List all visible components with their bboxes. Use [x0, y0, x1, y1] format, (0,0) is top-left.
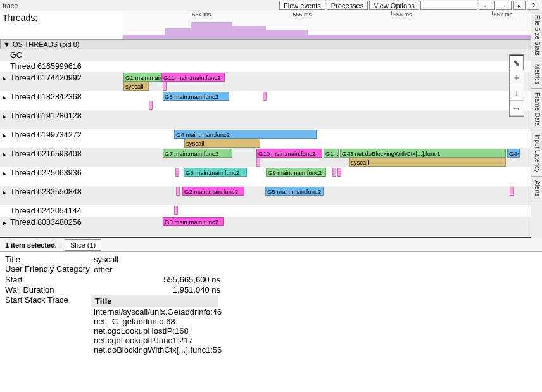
thread-label[interactable]: ▸Thread 6225063936 [0, 167, 123, 186]
thread-label[interactable]: ▸Thread 6182842368 [0, 91, 123, 110]
track-row [123, 110, 542, 129]
thread-name: Thread 6182842368 [10, 92, 82, 101]
flow-events-button[interactable]: Flow events [279, 1, 325, 10]
minimap-area[interactable]: 554 ms 555 ms 556 ms 557 ms [123, 11, 542, 39]
side-tab-alerts[interactable]: Alerts [531, 177, 542, 201]
timing-tool[interactable]: ↔ [510, 101, 524, 116]
trace-slice[interactable]: G11 main.main.func2 [161, 73, 225, 82]
expand-arrow-icon[interactable]: ▸ [3, 168, 10, 178]
expand-arrow-icon[interactable]: ▸ [3, 111, 10, 121]
stack-header: Title [91, 295, 218, 307]
track-row [123, 205, 542, 217]
side-tab-inputlatency[interactable]: Input Latency [531, 130, 542, 177]
stack-frame: net.cgoLookupIP.func1:217 [94, 336, 222, 345]
detail-key-category: User Friendly Category [5, 265, 94, 274]
thread-name: Thread 6165999616 [10, 62, 82, 71]
minimap-wave [123, 20, 542, 39]
help-button[interactable]: ? [527, 1, 539, 10]
track-row: G6 main.main.func2G9 main.main.func2 [123, 167, 542, 186]
zoom-tool[interactable]: ↓ [510, 85, 524, 101]
detail-val-title: syscall [94, 255, 118, 264]
expand-arrow-icon[interactable]: ▸ [3, 130, 10, 140]
trace-slice[interactable] [256, 158, 260, 167]
toolbar: trace Flow events Processes View Options… [0, 0, 542, 11]
expand-arrow-icon[interactable]: ▸ [3, 73, 10, 83]
side-tab-framedata[interactable]: Frame Data [531, 89, 542, 130]
trace-slice[interactable] [176, 187, 180, 196]
detail-val-stack: Title internal/syscall/unix.Getaddrinfo:… [94, 295, 222, 355]
tools-palette: ⬊ ＋ ↓ ↔ [509, 54, 524, 117]
trace-slice[interactable]: G1 ... [324, 149, 339, 158]
detail-val-start: 555,665,600 ns [94, 275, 220, 284]
ruler-tick: 555 ms [291, 11, 312, 15]
trace-slice[interactable]: syscall [123, 82, 149, 91]
trace-slice[interactable] [149, 101, 153, 110]
thread-name: Thread 6174420992 [10, 73, 82, 82]
trace-slice[interactable]: G6 main.main.func2 [184, 168, 247, 177]
details-body: Titlesyscall User Friendly Categoryother… [0, 252, 542, 358]
side-tab-metrics[interactable]: Metrics [531, 60, 542, 89]
trace-title: trace [3, 2, 18, 9]
thread-label[interactable]: ▸Thread 6199734272 [0, 129, 123, 148]
thread-name: GC [10, 51, 22, 60]
trace-slice[interactable]: G7 main.main.func2 [163, 149, 232, 158]
expand-arrow-icon[interactable]: ▸ [3, 149, 10, 159]
thread-name: Thread 8083480256 [10, 218, 82, 227]
expand-arrow-icon[interactable]: ▸ [3, 218, 10, 227]
trace-slice[interactable]: G10 main.main.func2 [256, 149, 322, 158]
stack-frame: internal/syscall/unix.Getaddrinfo:46 [94, 307, 222, 317]
thread-label[interactable]: ▸Thread 6233550848 [0, 186, 123, 205]
thread-label: GC [0, 49, 123, 61]
track-row: G8 main.main.func2 [123, 91, 542, 110]
pointer-tool[interactable]: ⬊ [510, 55, 524, 70]
detail-key-stack: Start Stack Trace [5, 295, 94, 355]
detail-val-duration: 1,951,040 ns [94, 285, 220, 294]
trace-slice[interactable] [510, 187, 514, 196]
track-row [123, 61, 542, 72]
trace-slice[interactable]: G1 main.main [123, 73, 161, 82]
processes-button[interactable]: Processes [327, 1, 368, 10]
trace-slice[interactable]: G43 net.doBlockingWithCtx[...].func1 [340, 149, 506, 158]
track-area[interactable]: G1 main.mainG11 main.main.func2syscallG8… [123, 49, 542, 237]
nav-back-button[interactable]: ← [479, 1, 495, 10]
nav-forward-button[interactable]: → [496, 1, 512, 10]
trace-slice[interactable] [175, 168, 179, 177]
trace-slice[interactable]: G5 main.main.func2 [265, 187, 324, 196]
trace-slice[interactable] [263, 92, 267, 101]
trace-slice[interactable]: G9 main.main.func2 [266, 168, 326, 177]
thread-label[interactable]: ▸Thread 6174420992 [0, 72, 123, 91]
time-ruler: 554 ms 555 ms 556 ms 557 ms [123, 11, 542, 19]
thread-label[interactable]: ▸Thread 6216593408 [0, 148, 123, 167]
detail-key-title: Title [5, 255, 94, 264]
trace-slice[interactable]: G3 main.main.func2 [163, 217, 224, 226]
ruler-tick: 554 ms [191, 11, 211, 15]
trace-slice[interactable]: G4 main.main.func2 [174, 130, 317, 139]
thread-label[interactable]: ▸Thread 8083480256 [0, 217, 123, 236]
track-row: G1 main.mainG11 main.main.func2syscall [123, 72, 542, 91]
group-arrow-icon: ▼ [3, 41, 10, 48]
side-tab-filesize[interactable]: File Size Stats [531, 11, 542, 60]
expand-arrow-icon[interactable]: ▸ [3, 187, 10, 197]
os-threads-group-header[interactable]: ▼ OS THREADS (pid 0) X [0, 39, 542, 49]
pan-tool[interactable]: ＋ [510, 70, 524, 85]
nav-rewind-button[interactable]: « [513, 1, 526, 10]
trace-slice[interactable] [337, 168, 341, 177]
expand-arrow-icon[interactable]: ▸ [3, 92, 10, 102]
group-title: OS THREADS (pid 0) [13, 41, 80, 48]
trace-slice[interactable] [174, 206, 178, 215]
trace-slice[interactable] [163, 82, 167, 91]
detail-key-start: Start [5, 275, 94, 284]
trace-slice[interactable]: syscall [349, 158, 506, 167]
view-options-button[interactable]: View Options [369, 1, 419, 10]
trace-slice[interactable]: G44 [507, 149, 520, 158]
thread-label[interactable]: ▸Thread 6191280128 [0, 110, 123, 129]
slice-tab[interactable]: Slice (1) [65, 239, 101, 251]
trace-slice[interactable]: G8 main.main.func2 [163, 92, 229, 101]
search-input[interactable] [420, 1, 477, 10]
thread-name: Thread 6216593408 [10, 149, 82, 158]
stack-frame: net.doBlockingWithCtx[...].func1:56 [94, 345, 222, 355]
trace-slice[interactable]: G2 main.main.func2 [182, 187, 244, 196]
trace-slice[interactable] [332, 168, 336, 177]
ruler-tick: 557 ms [492, 11, 513, 15]
trace-slice[interactable]: syscall [184, 139, 260, 148]
